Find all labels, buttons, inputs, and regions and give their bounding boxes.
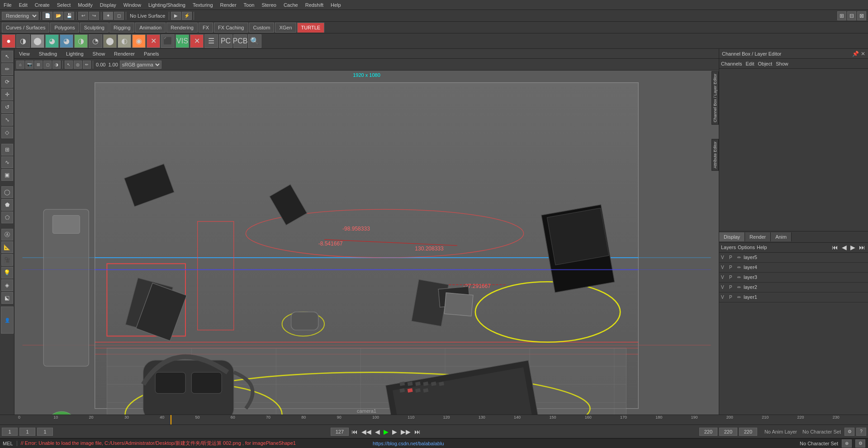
range-start-input[interactable] [699,428,717,436]
shelf-icon-14[interactable]: ✕ [190,34,204,48]
menu-render[interactable]: Render [218,2,238,8]
light-tool[interactable]: 💡 [1,267,13,278]
shelf-icon-15[interactable]: ☰ [204,34,218,48]
prev-btn[interactable]: ◀ [374,428,381,435]
undo-btn[interactable]: ↩ [78,12,88,20]
viewport-canvas[interactable]: 1920 x 1080 [14,71,719,415]
vp-snap-btn[interactable]: ◎ [74,61,82,69]
shelf-icon-6[interactable]: ◑ [74,34,88,48]
paint-weights-tool[interactable]: ⬟ [1,199,13,211]
layer-next2-btn[interactable]: ⏭ [858,244,866,251]
layer-row-1[interactable]: V P ✏ layer1 [719,292,868,302]
shelf-tab-animation[interactable]: Animation [135,23,166,33]
soft-select-tool[interactable]: ◯ [1,186,13,198]
bottom-question-btn[interactable]: ? [856,428,866,436]
shelf-icon-render-sphere[interactable]: ● [2,34,15,48]
menu-redshift[interactable]: Redshift [304,2,325,8]
right-panel-close-icon[interactable]: ✕ [861,51,865,57]
go-start-btn[interactable]: ⏮ [351,428,359,435]
mode-dropdown[interactable]: Rendering [2,12,38,20]
menu-display[interactable]: Display [98,2,118,8]
lasso-select-btn[interactable]: ◻ [114,12,124,20]
layer-row-4[interactable]: V P ✏ layer4 [719,263,868,273]
select-tool-left[interactable]: ↖ [1,51,13,62]
menu-lighting-shading[interactable]: Lighting/Shading [147,2,187,8]
right-panel-pin-icon[interactable]: 📌 [852,51,859,57]
menu-texturing[interactable]: Texturing [191,2,215,8]
vp-home-btn[interactable]: ⌂ [16,61,24,69]
ipr-render-btn[interactable]: ⚡ [182,12,192,20]
vp-menu-view[interactable]: View [16,51,33,57]
right-tab-render[interactable]: Render [745,232,771,241]
menu-toon[interactable]: Toon [242,2,256,8]
display-prefs-btn[interactable]: ⊞ [837,11,846,20]
save-scene-btn[interactable]: 💾 [64,12,74,20]
rotate-tool-left[interactable]: ↺ [1,101,13,113]
vp-menu-panels[interactable]: Panels [141,51,162,57]
attribute-editor-side-tab[interactable]: Attribute Editor [711,139,719,171]
vp-select-btn[interactable]: ↖ [65,61,73,69]
range-end2-input[interactable] [739,428,757,436]
menu-help[interactable]: Help [329,2,343,8]
menu-modify[interactable]: Modify [76,2,94,8]
layer-nav-layers[interactable]: Layers [721,245,736,250]
shelf-tab-xgen[interactable]: XGen [275,23,296,33]
curve-tool[interactable]: ∿ [1,156,13,168]
menu-create[interactable]: Create [33,2,52,8]
xray-tool[interactable]: ⬕ [1,292,13,304]
frame-display-input[interactable] [37,428,53,436]
shelf-tab-fxcaching[interactable]: FX Caching [214,23,248,33]
vp-cam-btn[interactable]: 📷 [25,61,33,69]
shelf-icon-8[interactable]: ⬤ [103,34,117,48]
shelf-icon-2[interactable]: ◑ [16,34,30,48]
shelf-tab-turtle[interactable]: TURTLE [297,23,325,33]
select-tool-btn[interactable]: ✦ [103,12,113,20]
vp-menu-show[interactable]: Show [90,51,108,57]
right-tab-anim[interactable]: Anim [771,232,792,241]
vp-grid-btn[interactable]: ⊞ [34,61,43,69]
bottom-settings-btn[interactable]: ⚙ [844,428,854,436]
status-icon-btn[interactable]: ⊕ [842,439,852,448]
material-tool[interactable]: ◈ [1,279,13,291]
menu-stereo[interactable]: Stereo [260,2,278,8]
shelf-icon-18[interactable]: 🔍 [248,34,261,48]
vp-menu-lighting[interactable]: Lighting [63,51,86,57]
menu-edit[interactable]: Edit [17,2,29,8]
shelf-tab-custom[interactable]: Custom [249,23,275,33]
layer-prev-btn[interactable]: ⏮ [831,244,839,251]
timeline-playhead[interactable] [171,415,171,425]
go-end-btn[interactable]: ⏭ [413,428,422,435]
play-btn[interactable]: ▶ [383,428,389,435]
annotation-tool[interactable]: Ⓐ [1,229,13,241]
move-tool-left[interactable]: ✛ [1,89,13,100]
shelf-icon-10[interactable]: ◉ [132,34,146,48]
prev-frame-btn[interactable]: ◀◀ [360,428,372,435]
right-tab-display[interactable]: Display [719,232,745,241]
layer-row-2[interactable]: V P ✏ layer2 [719,283,868,292]
right-nav-channels[interactable]: Channels [721,61,742,66]
layer-nav-options[interactable]: Options [738,245,755,250]
sculpt-tool[interactable]: ⬠ [1,212,13,223]
current-frame-input[interactable] [19,428,35,436]
camera-tool[interactable]: 🎥 [1,254,13,266]
shelf-tab-rigging[interactable]: Rigging [109,23,134,33]
shelf-icon-16[interactable]: PC [219,34,232,48]
layer-row-5[interactable]: V P ✏ layer5 [719,253,868,263]
menu-file[interactable]: File [2,2,14,8]
layer-prev2-btn[interactable]: ◀ [841,244,848,251]
next-frame-btn[interactable]: ▶▶ [400,428,412,435]
shelf-tab-curves[interactable]: Curves / Surfaces [2,23,49,33]
mesh-tool[interactable]: ▣ [1,169,13,181]
vp-wireframe-btn[interactable]: ◻ [43,61,52,69]
timeline-numbers[interactable]: 0102030405060708090100110120130140150160… [18,415,868,425]
shelf-tab-rendering[interactable]: Rendering [166,23,198,33]
range-end-input[interactable] [719,428,737,436]
layout-btn[interactable]: ⊟ [847,11,856,20]
shelf-icon-13[interactable]: VIS [175,34,189,48]
paint-tool-left[interactable]: ✏ [1,63,13,75]
vp-menu-shading[interactable]: Shading [36,51,60,57]
shelf-icon-11[interactable]: ✕ [147,34,160,48]
shelf-icon-12[interactable]: ⬛ [161,34,175,48]
fullscreen-btn[interactable]: ⊠ [857,11,866,20]
shelf-icon-17[interactable]: PCB [233,34,247,48]
